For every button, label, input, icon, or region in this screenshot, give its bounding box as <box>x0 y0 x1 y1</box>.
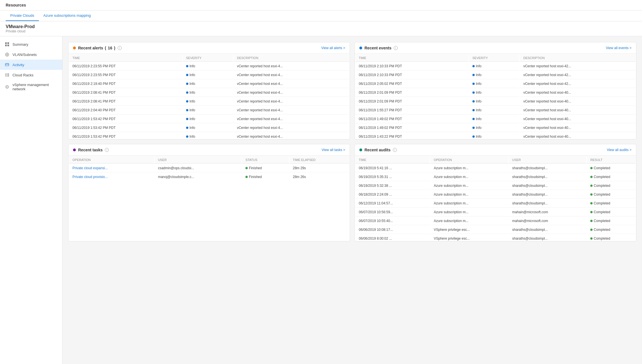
alert-severity: Info <box>183 80 233 88</box>
audit-time: 06/19/2019 5:32:38 ... <box>355 182 430 190</box>
table-row[interactable]: 06/11/2019 2:08:41 PM PDT Info vCenter r… <box>69 89 349 97</box>
event-description: vCenter reported host esxi-42... <box>520 62 635 70</box>
audit-user: mahain@microsoft.com <box>509 208 586 216</box>
event-description: vCenter reported host esxi-40... <box>520 115 635 123</box>
table-row[interactable]: 06/19/2019 5:35:31 ... Azure subscriptio… <box>355 173 635 181</box>
audits-col-user: USER <box>509 156 586 164</box>
audit-time: 06/07/2019 10:56:59... <box>355 208 430 216</box>
table-row[interactable]: 06/19/2019 5:41:16 ... Azure subscriptio… <box>355 164 635 172</box>
task-elapsed: 28m 29s <box>289 164 349 172</box>
event-severity: Info <box>469 124 519 132</box>
table-row[interactable]: 06/18/2019 2:24:09 ... Azure subscriptio… <box>355 191 635 199</box>
view-all-tasks[interactable]: View all tasks > <box>322 148 345 152</box>
table-row[interactable]: 06/11/2019 1:53:42 PM PDT Info vCenter r… <box>69 133 349 139</box>
alerts-col-time: TIME <box>69 55 182 62</box>
audit-user: mahain@microsoft.com <box>509 217 586 225</box>
svg-point-14 <box>7 85 8 88</box>
svg-rect-3 <box>7 45 9 46</box>
audits-title: Recent audits <box>364 148 391 152</box>
audits-info-icon[interactable]: i <box>393 148 397 152</box>
table-row[interactable]: 06/11/2019 1:49:02 PM PDT Info vCenter r… <box>355 124 635 132</box>
alert-description: vCenter reported host esxi-4... <box>234 71 349 79</box>
event-description: vCenter reported host esxi-42... <box>520 71 635 79</box>
alert-severity: Info <box>183 89 233 97</box>
alerts-info-icon[interactable]: i <box>118 46 122 50</box>
task-operation: Private cloud expansi... <box>69 164 154 172</box>
task-user: csadmin@ops.cloudsi... <box>155 164 241 172</box>
audit-time: 06/12/2019 11:04:57... <box>355 199 430 208</box>
audit-time: 06/18/2019 2:24:09 ... <box>355 191 430 199</box>
alert-description: vCenter reported host esxi-4... <box>234 62 349 70</box>
event-severity: Info <box>469 106 519 114</box>
table-row[interactable]: 06/11/2019 1:53:42 PM PDT Info vCenter r… <box>69 115 349 123</box>
tab-private-clouds[interactable]: Private Clouds <box>6 11 39 21</box>
table-row[interactable]: 06/07/2019 10:56:59... Azure subscriptio… <box>355 208 635 216</box>
table-row[interactable]: 06/11/2019 2:10:33 PM PDT Info vCenter r… <box>355 62 635 70</box>
sidebar: Summary VLAN/Subnets Activity Cloud Rack… <box>0 36 62 364</box>
view-all-alerts[interactable]: View all alerts > <box>321 46 345 50</box>
table-row[interactable]: 06/11/2019 2:10:33 PM PDT Info vCenter r… <box>355 71 635 79</box>
cloud-name: VMware-Prod <box>6 24 636 29</box>
tasks-info-icon[interactable]: i <box>105 148 109 152</box>
table-row[interactable]: 06/11/2019 2:23:55 PM PDT Info vCenter r… <box>69 62 349 70</box>
sidebar-item-vsphere[interactable]: vSphere management network <box>0 80 62 94</box>
alert-severity: Info <box>183 124 233 132</box>
audit-operation: Azure subscription m... <box>430 208 508 216</box>
table-row[interactable]: 06/11/2019 2:04:40 PM PDT Info vCenter r… <box>69 106 349 114</box>
audit-time: 06/06/2019 10:08:17... <box>355 226 430 234</box>
event-severity: Info <box>469 115 519 123</box>
table-row[interactable]: 06/11/2019 2:23:55 PM PDT Info vCenter r… <box>69 71 349 79</box>
table-row[interactable]: 06/11/2019 2:05:02 PM PDT Info vCenter r… <box>355 80 635 88</box>
svg-rect-0 <box>5 42 7 44</box>
audits-col-time: TIME <box>355 156 430 164</box>
table-row[interactable]: 06/06/2019 8:00:02 ... VSphere privilege… <box>355 235 635 241</box>
events-col-time: TIME <box>355 55 468 62</box>
cloud-type: Private cloud <box>6 29 636 33</box>
view-all-audits[interactable]: View all audits > <box>607 148 631 152</box>
tab-azure-subscriptions[interactable]: Azure subscriptions mapping <box>39 11 95 21</box>
event-dot <box>359 47 362 49</box>
event-description: vCenter reported host esxi-40... <box>520 97 635 106</box>
sidebar-item-label: Cloud Racks <box>12 73 34 77</box>
table-row[interactable]: 06/11/2019 1:53:42 PM PDT Info vCenter r… <box>69 124 349 132</box>
table-row[interactable]: 06/11/2019 1:43:22 PM PDT Info vCenter r… <box>355 133 635 139</box>
table-row[interactable]: 06/11/2019 2:08:41 PM PDT Info vCenter r… <box>69 97 349 106</box>
table-row[interactable]: 06/11/2019 1:49:02 PM PDT Info vCenter r… <box>355 115 635 123</box>
view-all-events[interactable]: View all events > <box>606 46 631 50</box>
sphere-icon <box>5 84 10 89</box>
audit-user: sharaths@cloudsimpl... <box>509 164 586 172</box>
alert-time: 06/11/2019 2:19:40 PM PDT <box>69 80 182 88</box>
table-row[interactable]: 06/06/2019 10:08:17... VSphere privilege… <box>355 226 635 234</box>
table-row[interactable]: 06/11/2019 2:01:09 PM PDT Info vCenter r… <box>355 89 635 97</box>
sidebar-item-summary[interactable]: Summary <box>0 39 62 49</box>
alert-severity: Info <box>183 71 233 79</box>
audit-user: sharaths@cloudsimpl... <box>509 173 586 181</box>
top-bar: Resources <box>0 0 642 11</box>
table-row[interactable]: 06/11/2019 1:55:27 PM PDT Info vCenter r… <box>355 106 635 114</box>
table-row[interactable]: Private cloud expansi... csadmin@ops.clo… <box>69 164 349 172</box>
table-row[interactable]: 06/11/2019 2:01:09 PM PDT Info vCenter r… <box>355 97 635 106</box>
sidebar-item-vlan[interactable]: VLAN/Subnets <box>0 49 62 60</box>
event-severity: Info <box>469 80 519 88</box>
sidebar-item-cloud-racks[interactable]: Cloud Racks <box>0 70 62 80</box>
sidebar-item-label: vSphere management network <box>12 83 58 91</box>
audit-user: sharaths@cloudsimpl... <box>509 182 586 190</box>
alert-description: vCenter reported host esxi-4... <box>234 106 349 114</box>
audit-user: sharaths@cloudsimpl... <box>509 235 586 241</box>
table-row[interactable]: 06/12/2019 11:04:57... Azure subscriptio… <box>355 199 635 208</box>
events-info-icon[interactable]: i <box>394 46 398 50</box>
event-severity: Info <box>469 97 519 106</box>
table-row[interactable]: Private cloud provisio... manoj@cloudsim… <box>69 173 349 181</box>
table-row[interactable]: 06/11/2019 2:19:40 PM PDT Info vCenter r… <box>69 80 349 88</box>
alerts-title: Recent alerts (16) <box>78 46 115 50</box>
sidebar-item-activity[interactable]: Activity <box>0 60 62 70</box>
event-severity: Info <box>469 133 519 139</box>
event-severity: Info <box>469 89 519 97</box>
table-row[interactable]: 06/07/2019 10:55:40... Azure subscriptio… <box>355 217 635 225</box>
table-row[interactable]: 06/19/2019 5:32:38 ... Azure subscriptio… <box>355 182 635 190</box>
audit-user: sharaths@cloudsimpl... <box>509 199 586 208</box>
audit-operation: Azure subscription m... <box>430 217 508 225</box>
alert-description: vCenter reported host esxi-4... <box>234 97 349 106</box>
audit-operation: Azure subscription m... <box>430 173 508 181</box>
audit-dot <box>359 148 362 151</box>
